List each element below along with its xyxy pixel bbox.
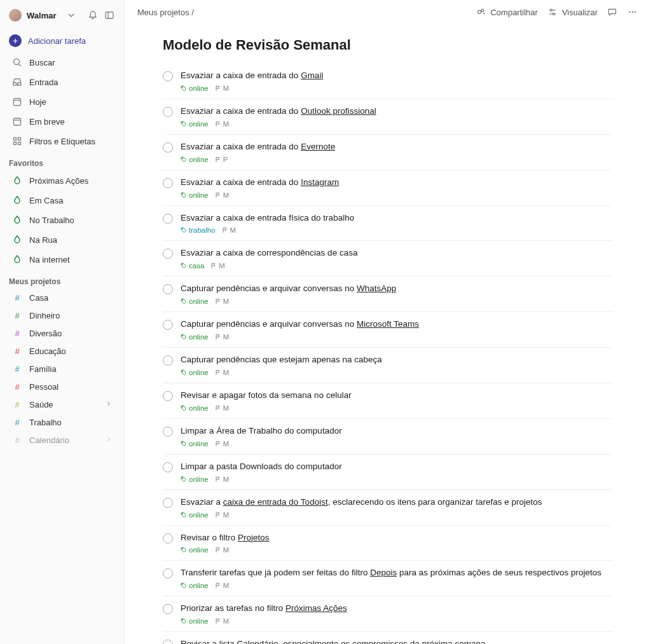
bell-icon[interactable] [87, 10, 99, 21]
task-tag[interactable]: online [181, 582, 209, 589]
task-row[interactable]: Revisar o filtro ProjetosonlineM [163, 526, 613, 561]
favorite-item[interactable]: Na internet [3, 250, 121, 269]
task-priority[interactable]: P [215, 156, 228, 163]
task-tag[interactable]: online [181, 546, 209, 554]
task-tag[interactable]: online [181, 156, 209, 163]
project-item[interactable]: #Saúde [3, 396, 121, 413]
task-row[interactable]: Esvaziar a caixa de entrada do Gmailonli… [163, 64, 613, 99]
task-row[interactable]: Limpar a Área de Trabalho do computadoro… [163, 419, 613, 455]
task-checkbox[interactable] [163, 427, 173, 437]
task-checkbox[interactable] [163, 178, 173, 188]
project-item[interactable]: #Pessoal [3, 378, 121, 395]
task-link[interactable]: Outlook profissional [301, 106, 376, 116]
task-priority[interactable]: M [215, 511, 230, 519]
task-priority[interactable]: M [215, 369, 230, 376]
task-tag[interactable]: online [181, 333, 209, 341]
task-checkbox[interactable] [163, 214, 173, 224]
project-item[interactable]: #Diversão [3, 325, 121, 342]
task-priority[interactable]: M [215, 85, 230, 92]
project-item[interactable]: #Dinheiro [3, 307, 121, 324]
task-row[interactable]: Priorizar as tarefas no filtro Próximas … [163, 596, 613, 632]
comment-icon[interactable] [606, 6, 618, 18]
nav-grid[interactable]: Filtros e Etiquetas [3, 132, 121, 151]
favorites-header[interactable]: Favoritos [0, 151, 124, 170]
task-priority[interactable]: M [215, 582, 230, 589]
more-icon[interactable] [627, 6, 638, 18]
task-checkbox[interactable] [163, 640, 173, 644]
project-item[interactable]: #Educação [3, 343, 121, 360]
task-checkbox[interactable] [163, 533, 173, 544]
task-tag[interactable]: online [181, 440, 209, 448]
task-priority[interactable]: M [222, 226, 236, 234]
task-row[interactable]: Transferir tarefas que já podem ser feit… [163, 561, 613, 596]
nav-inbox[interactable]: Entrada [3, 72, 121, 92]
task-link[interactable]: caixa de entrada do Todoist [223, 497, 328, 507]
add-task-button[interactable]: + Adicionar tarefa [0, 29, 124, 52]
task-checkbox[interactable] [163, 391, 173, 401]
favorite-item[interactable]: Na Rua [3, 230, 121, 249]
view-button[interactable]: Visualizar [547, 6, 598, 18]
task-link[interactable]: Evernote [301, 142, 335, 151]
task-tag[interactable]: online [181, 298, 209, 305]
task-tag[interactable]: casa [181, 262, 204, 270]
task-row[interactable]: Esvaziar a caixa de entrada do Outlook p… [163, 99, 613, 135]
task-priority[interactable]: M [215, 440, 230, 448]
task-priority[interactable]: M [215, 298, 230, 305]
task-checkbox[interactable] [163, 462, 173, 472]
task-tag[interactable]: online [181, 85, 209, 92]
breadcrumb[interactable]: Meus projetos / [137, 8, 194, 17]
task-link[interactable]: Próximas Ações [285, 603, 347, 613]
task-checkbox[interactable] [163, 284, 173, 294]
task-tag[interactable]: online [181, 404, 209, 412]
task-tag[interactable]: online [181, 617, 209, 625]
task-tag[interactable]: trabalho [181, 226, 216, 234]
task-tag[interactable]: online [181, 120, 209, 128]
task-priority[interactable]: M [215, 476, 230, 483]
projects-header[interactable]: Meus projetos [0, 270, 124, 289]
task-priority[interactable]: M [215, 404, 230, 412]
task-tag[interactable]: online [181, 511, 209, 519]
favorite-item[interactable]: No Trabalho [3, 210, 121, 230]
task-row[interactable]: Esvaziar a caixa de correspondências de … [163, 241, 613, 277]
task-checkbox[interactable] [163, 498, 173, 508]
task-priority[interactable]: M [210, 262, 225, 270]
task-row[interactable]: Capturar pendências que estejam apenas n… [163, 348, 613, 383]
nav-calendar[interactable]: Em breve [3, 112, 121, 131]
workspace-switcher[interactable]: Walmar [0, 5, 124, 25]
task-checkbox[interactable] [163, 249, 173, 259]
favorite-item[interactable]: Em Casa [3, 191, 121, 210]
nav-calendar-today[interactable]: Hoje [3, 92, 121, 111]
task-row[interactable]: Esvaziar a caixa de entrada do Evernoteo… [163, 135, 613, 170]
task-row[interactable]: Capturar pendências e arquivar conversas… [163, 312, 613, 348]
task-row[interactable]: Limpar a pasta Downloads do computadoron… [163, 455, 613, 490]
sidebar-toggle-icon[interactable] [104, 10, 115, 21]
task-tag[interactable]: online [181, 476, 209, 483]
task-checkbox[interactable] [163, 142, 173, 153]
task-row[interactable]: Esvaziar a caixa de entrada física do tr… [163, 206, 613, 242]
task-row[interactable]: Esvaziar a caixa de entrada do Todoist, … [163, 490, 613, 526]
task-link[interactable]: Instagram [301, 177, 339, 187]
project-item[interactable]: #Família [3, 360, 121, 378]
task-priority[interactable]: M [215, 333, 230, 341]
task-link[interactable]: Calendário [237, 639, 278, 644]
task-checkbox[interactable] [163, 71, 173, 81]
task-row[interactable]: Revisar a lista Calendário, especialment… [163, 632, 613, 644]
task-priority[interactable]: M [215, 546, 230, 554]
share-button[interactable]: Compartilhar [475, 6, 537, 18]
task-link[interactable]: Microsoft Teams [357, 319, 419, 329]
project-item[interactable]: #Calendário [3, 432, 121, 449]
task-checkbox[interactable] [163, 355, 173, 366]
task-tag[interactable]: online [181, 191, 209, 199]
task-link[interactable]: Projetos [238, 533, 270, 542]
task-link[interactable]: WhatsApp [357, 284, 396, 293]
task-row[interactable]: Revisar e apagar fotos da semana no celu… [163, 383, 613, 419]
project-item[interactable]: #Casa [3, 289, 121, 306]
task-row[interactable]: Esvaziar a caixa de entrada do Instagram… [163, 170, 613, 206]
task-checkbox[interactable] [163, 320, 173, 330]
task-priority[interactable]: M [215, 191, 230, 199]
task-row[interactable]: Capturar pendências e arquivar conversas… [163, 277, 613, 312]
task-checkbox[interactable] [163, 604, 173, 614]
task-checkbox[interactable] [163, 107, 173, 117]
task-tag[interactable]: online [181, 369, 209, 376]
task-priority[interactable]: M [215, 617, 230, 625]
